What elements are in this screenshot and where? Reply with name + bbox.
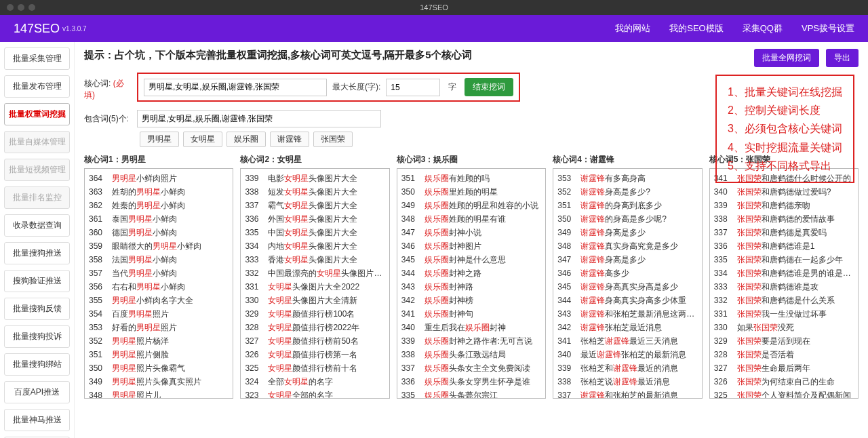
result-row[interactable]: 361泰国男明星小鲜肉	[89, 212, 229, 226]
result-row[interactable]: 331张国荣我一生没做过坏事	[714, 307, 854, 321]
sidebar-item-1[interactable]: 批量发布管理	[4, 75, 70, 98]
result-row[interactable]: 335中国女明星头像图片大全	[245, 226, 384, 239]
result-row[interactable]: 337张国荣和唐鹤德是真爱吗	[714, 226, 854, 239]
result-row[interactable]: 328女明星颜值排行榜2022年	[245, 321, 384, 334]
result-row[interactable]: 348谢霆锋真实身高究竟是多少	[557, 239, 697, 253]
result-row[interactable]: 325张国荣个人资料简介及配偶新闻	[714, 389, 854, 399]
result-row[interactable]: 356右右和男明星小鲜肉	[89, 280, 229, 294]
result-row[interactable]: 330如果张国荣没死	[714, 321, 854, 334]
result-row[interactable]: 329张国荣要是活到现在	[714, 334, 854, 348]
result-row[interactable]: 360德国男明星小鲜肉	[89, 226, 229, 239]
tag-4[interactable]: 张国荣	[313, 132, 353, 147]
column-box-3[interactable]: 353谢霆锋有多高身高352谢霆锋身高是多少?351谢霆锋的身高到底多少350谢…	[553, 168, 702, 399]
result-row[interactable]: 349谢霆锋身高是多少	[557, 226, 697, 239]
result-row[interactable]: 327张国荣生命最后两年	[714, 361, 854, 375]
result-row[interactable]: 333香港女明星头像图片大全	[245, 253, 384, 266]
traffic-light-close[interactable]	[7, 4, 14, 11]
result-row[interactable]: 329女明星颜值排行榜100名	[245, 307, 384, 321]
result-row[interactable]: 362姓秦的男明星小鲜肉	[89, 199, 229, 212]
result-row[interactable]: 340最近谢霆锋张柏芝的最新消息	[557, 348, 697, 361]
result-row[interactable]: 323女明星全部的名字	[245, 389, 384, 399]
result-row[interactable]: 328张国荣是否活着	[714, 348, 854, 361]
result-row[interactable]: 358法国男明星小鲜肉	[89, 253, 229, 266]
result-row[interactable]: 344娱乐圈封神之路	[401, 266, 541, 280]
result-row[interactable]: 336外国女明星头像图片大全	[245, 212, 384, 226]
export-button[interactable]: 导出	[826, 49, 859, 67]
result-row[interactable]: 339电影女明星头像图片大全	[245, 172, 384, 185]
result-row[interactable]: 338张柏芝说谢霆锋最近消息	[557, 375, 697, 389]
result-row[interactable]: 340重生后我在娱乐圈封神	[401, 321, 541, 334]
sidebar-item-0[interactable]: 批量采集管理	[4, 47, 70, 70]
tag-0[interactable]: 男明星	[140, 132, 179, 147]
result-row[interactable]: 332张国荣和唐鹤德是什么关系	[714, 294, 854, 307]
column-box-1[interactable]: 339电影女明星头像图片大全338短发女明星头像图片大全337霸气女明星头像图片…	[240, 168, 389, 399]
result-row[interactable]: 337谢霆锋和张柏芝的最新消息	[557, 389, 697, 399]
result-row[interactable]: 326女明星颜值排行榜第一名	[245, 348, 384, 361]
result-row[interactable]: 341娱乐圈封神句	[401, 307, 541, 321]
result-row[interactable]: 345娱乐圈封神是什么意思	[401, 253, 541, 266]
sidebar-item-7[interactable]: 批量搜狗推送	[4, 242, 70, 264]
traffic-light-min[interactable]	[18, 4, 24, 11]
sidebar-item-10[interactable]: 批量搜狗投诉	[4, 325, 70, 348]
result-row[interactable]: 331女明星头像图片大全2022	[245, 280, 384, 294]
result-row[interactable]: 346娱乐圈封神图片	[401, 239, 541, 253]
result-row[interactable]: 341张柏芝谢霆锋最近三天消息	[557, 334, 697, 348]
result-row[interactable]: 324全部女明星的名字	[245, 375, 384, 389]
result-row[interactable]: 349男明星照片头像真实照片	[89, 375, 229, 389]
result-row[interactable]: 334内地女明星头像图片大全	[245, 239, 384, 253]
tag-1[interactable]: 女明星	[183, 132, 222, 147]
result-row[interactable]: 337霸气女明星头像图片大全	[245, 199, 384, 212]
result-row[interactable]: 353好看的男明星照片	[89, 321, 229, 334]
result-row[interactable]: 332中国最漂亮的女明星头像图片大全	[245, 266, 384, 280]
result-row[interactable]: 350谢霆锋的身高是多少呢?	[557, 212, 697, 226]
sidebar-item-11[interactable]: 批量搜狗绑站	[4, 353, 70, 376]
result-row[interactable]: 337娱乐圈头条女主全文免费阅读	[401, 361, 541, 375]
result-row[interactable]: 334张国荣和唐鹤德谁是男的谁是女的	[714, 266, 854, 280]
contain-keywords-input[interactable]	[137, 110, 381, 127]
sidebar-item-13[interactable]: 批量神马推送	[4, 409, 70, 431]
mine-all-button[interactable]: 批量全网挖词	[754, 49, 819, 67]
result-row[interactable]: 336娱乐圈头条女穿男生怀孕是谁	[401, 375, 541, 389]
result-row[interactable]: 344谢霆锋身高真实身高多少体重	[557, 294, 697, 307]
nav-item-2[interactable]: 采集QQ群	[743, 22, 783, 35]
result-row[interactable]: 342娱乐圈封神榜	[401, 294, 541, 307]
sidebar-item-9[interactable]: 批量搜狗反馈	[4, 298, 70, 320]
result-row[interactable]: 338张国荣和唐鹤德的爱情故事	[714, 212, 854, 226]
tag-3[interactable]: 谢霆锋	[270, 132, 309, 147]
result-row[interactable]: 343娱乐圈封神路	[401, 280, 541, 294]
nav-item-3[interactable]: VPS拨号设置	[802, 22, 854, 35]
result-row[interactable]: 357当代男明星小鲜肉	[89, 266, 229, 280]
result-row[interactable]: 347谢霆锋身高是多少	[557, 253, 697, 266]
result-row[interactable]: 346谢霆锋高多少	[557, 266, 697, 280]
result-row[interactable]: 343谢霆锋和张柏芝最新消息这两天一	[557, 307, 697, 321]
result-row[interactable]: 339张国荣和唐鹤德亲吻	[714, 199, 854, 212]
result-row[interactable]: 347娱乐圈封神小说	[401, 226, 541, 239]
traffic-light-max[interactable]	[28, 4, 35, 11]
column-box-4[interactable]: 341张国荣和唐鹤德什么时候公开的340张国荣和唐鹤德做过爱吗?339张国荣和唐…	[709, 168, 859, 399]
result-row[interactable]: 330女明星头像图片大全清新	[245, 294, 384, 307]
column-box-0[interactable]: 364男明星小鲜肉照片363姓胡的男明星小鲜肉362姓秦的男明星小鲜肉361泰国…	[84, 168, 233, 399]
nav-item-1[interactable]: 我的SEO模版	[669, 22, 723, 35]
submit-button[interactable]: 结束挖词	[465, 78, 513, 96]
result-row[interactable]: 333张国荣和唐鹤德谁是攻	[714, 280, 854, 294]
result-row[interactable]: 352男明星照片杨洋	[89, 334, 229, 348]
result-row[interactable]: 354百度男明星照片	[89, 307, 229, 321]
result-row[interactable]: 352谢霆锋身高是多少?	[557, 185, 697, 199]
result-row[interactable]: 359眼睛很大的男明星小鲜肉	[89, 239, 229, 253]
result-row[interactable]: 353谢霆锋有多高身高	[557, 172, 697, 185]
tag-2[interactable]: 娱乐圈	[226, 132, 266, 147]
nav-item-0[interactable]: 我的网站	[615, 22, 650, 35]
sidebar-item-12[interactable]: 百度API推送	[4, 381, 70, 403]
result-row[interactable]: 348男明星照片儿	[89, 389, 229, 399]
result-row[interactable]: 339娱乐圈封神之路作者:无可言说	[401, 334, 541, 348]
result-row[interactable]: 351谢霆锋的身高到底多少	[557, 199, 697, 212]
result-row[interactable]: 349娱乐圈姓顾的明星和姓容的小说	[401, 199, 541, 212]
column-box-2[interactable]: 351娱乐圈有姓顾的吗350娱乐圈里姓顾的明星349娱乐圈姓顾的明星和姓容的小说…	[397, 168, 546, 399]
result-row[interactable]: 335娱乐圈头条薨尔宗江	[401, 389, 541, 399]
result-row[interactable]: 348娱乐圈姓顾的明星有谁	[401, 212, 541, 226]
result-row[interactable]: 336张国荣和唐鹤德谁是1	[714, 239, 854, 253]
result-row[interactable]: 350男明星照片头像霸气	[89, 361, 229, 375]
result-row[interactable]: 339张柏芝和谢霆锋最近的消息	[557, 361, 697, 375]
result-row[interactable]: 338娱乐圈头条江致远结局	[401, 348, 541, 361]
result-row[interactable]: 325女明星颜值排行榜前十名	[245, 361, 384, 375]
